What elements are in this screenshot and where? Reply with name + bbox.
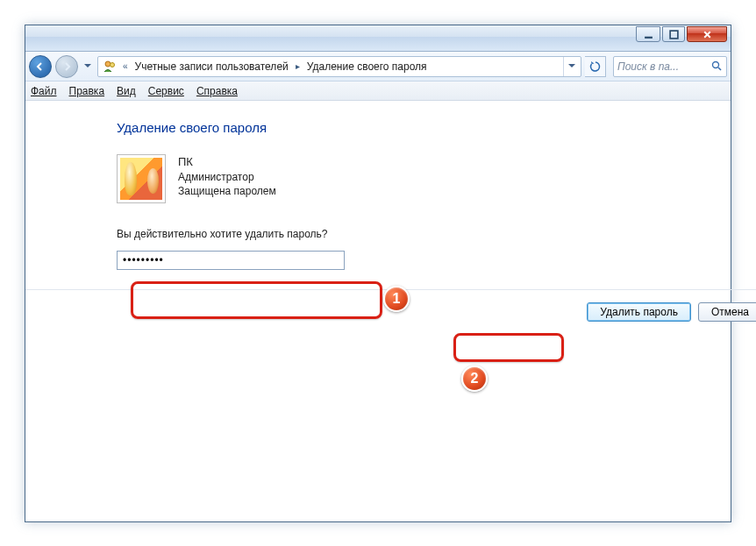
window-frame: « Учетные записи пользователей ▸ Удалени… [25,25,731,522]
remove-password-button[interactable]: Удалить пароль [587,302,691,322]
forward-button[interactable] [55,55,78,78]
menu-tools[interactable]: Сервис [148,85,184,97]
search-input[interactable]: Поиск в па... [613,56,727,77]
user-status: Защищена паролем [178,184,276,198]
breadcrumb-dropdown[interactable] [563,57,579,76]
close-button[interactable] [687,26,727,42]
avatar [117,154,166,203]
search-icon [711,60,723,72]
nav-history-dropdown[interactable] [82,56,94,77]
refresh-button[interactable] [585,56,606,77]
back-button[interactable] [29,55,52,78]
user-role: Администратор [178,170,276,184]
breadcrumb-segment[interactable]: Удаление своего пароля [303,60,431,73]
nav-toolbar: « Учетные записи пользователей ▸ Удалени… [25,52,731,82]
svg-point-2 [105,61,111,67]
menu-help[interactable]: Справка [196,85,238,97]
svg-point-3 [111,62,115,67]
svg-rect-0 [645,36,653,38]
search-placeholder: Поиск в па... [617,60,711,73]
maximize-button[interactable] [662,26,685,42]
svg-rect-1 [670,31,678,39]
annotation-highlight-2 [453,333,564,362]
breadcrumb-prefix: « [119,61,132,71]
user-accounts-icon [102,59,118,74]
menubar: Файл Правка Вид Сервис Справка [25,82,731,101]
breadcrumb[interactable]: « Учетные записи пользователей ▸ Удалени… [97,56,581,77]
page-title: Удаление своего пароля [117,120,710,135]
chevron-right-icon: ▸ [292,61,303,71]
user-name: ПК [178,154,276,170]
menu-file[interactable]: Файл [31,85,57,97]
menu-edit[interactable]: Правка [69,85,105,97]
svg-point-4 [713,62,719,68]
svg-line-5 [718,67,721,70]
titlebar[interactable] [25,25,731,52]
menu-view[interactable]: Вид [117,85,136,97]
minimize-button[interactable] [636,26,660,42]
breadcrumb-segment[interactable]: Учетные записи пользователей [132,60,292,73]
content-area: Удаление своего пароля ПК Администратор … [25,101,731,322]
password-input[interactable] [117,251,345,270]
confirm-prompt: Вы действительно хотите удалить пароль? [117,228,710,240]
annotation-badge-2: 2 [461,365,488,392]
cancel-button[interactable]: Отмена [698,302,756,322]
